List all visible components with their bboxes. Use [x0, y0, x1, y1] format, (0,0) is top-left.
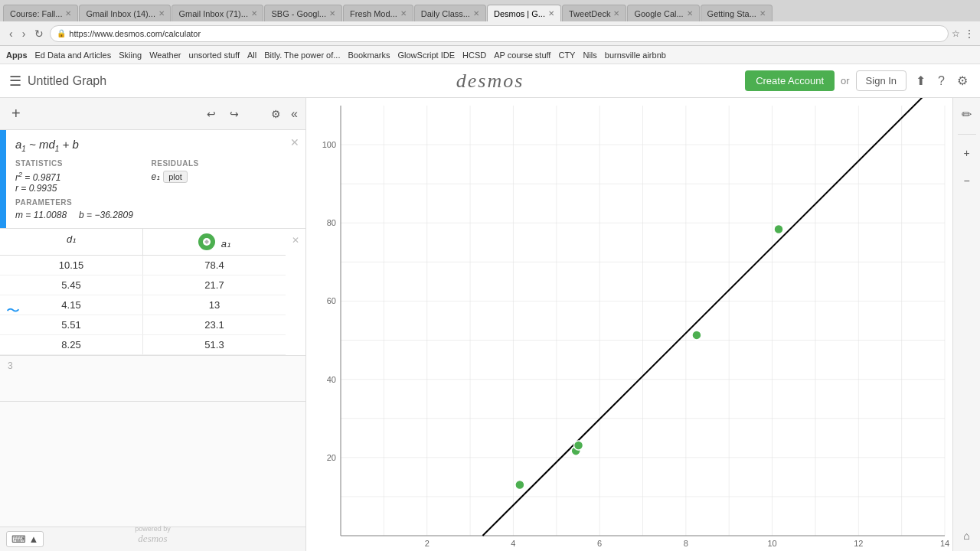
bookmark-weather[interactable]: Weather	[149, 51, 181, 60]
table-row: 10.15 78.4	[0, 256, 286, 276]
header-right: Create Account or Sign In ⬆ ? ⚙	[745, 70, 971, 91]
powered-by: powered by desmos	[135, 525, 171, 545]
nav-bar: ‹ › ↻ 🔒 https://www.desmos.com/calculato…	[0, 21, 980, 46]
bookmark-star-button[interactable]: ☆	[952, 28, 960, 39]
svg-text:14: 14	[940, 539, 949, 548]
zoom-in-button[interactable]: +	[960, 144, 972, 162]
bookmark-airbnb[interactable]: burnsville airbnb	[605, 51, 666, 60]
statistics-title: STATISTICS	[15, 159, 139, 168]
tab-2[interactable]: Gmail Inbox (14)...✕	[79, 5, 171, 21]
bookmark-hcsd[interactable]: HCSD	[462, 51, 486, 60]
cell-a-5[interactable]: 51.3	[143, 335, 286, 354]
cell-a-4[interactable]: 23.1	[143, 315, 286, 334]
menu-button[interactable]: ☰	[9, 70, 28, 93]
empty-expression-3[interactable]: 3	[0, 356, 305, 402]
tab-8-close[interactable]: ✕	[613, 9, 619, 18]
tab-6-close[interactable]: ✕	[473, 9, 479, 18]
bookmark-skiing[interactable]: Skiing	[119, 51, 142, 60]
panel-toolbar: + ↩ ↪ ⚙ «	[0, 98, 305, 130]
col2-header[interactable]: a₁	[143, 229, 286, 255]
residuals-section: RESIDUALS e₁ plot	[152, 159, 276, 194]
tab-5-close[interactable]: ✕	[400, 9, 407, 18]
cell-a-2[interactable]: 21.7	[143, 276, 286, 295]
forward-button[interactable]: ›	[19, 26, 29, 41]
address-bar[interactable]: 🔒 https://www.desmos.com/calculator	[50, 25, 949, 42]
help-icon-button[interactable]: ?	[935, 71, 948, 91]
main-content: + ↩ ↪ ⚙ « 〜 a1 ~ md1 + b	[0, 98, 980, 551]
bookmark-bitly[interactable]: Bitly. The power of...	[264, 51, 340, 60]
tab-4-close[interactable]: ✕	[329, 9, 335, 18]
share-icon-button[interactable]: ⬆	[913, 70, 929, 91]
table-row: 5.51 23.1	[0, 315, 286, 335]
tab-7[interactable]: Desmos | G...✕	[487, 5, 561, 21]
svg-point-42	[774, 224, 783, 233]
tab-9-close[interactable]: ✕	[687, 9, 693, 18]
bookmark-nils[interactable]: Nils	[583, 51, 596, 60]
tab-5[interactable]: Fresh Mod...✕	[343, 5, 413, 21]
tab-3[interactable]: Gmail Inbox (71)...✕	[172, 5, 263, 21]
table-row: 8.25 51.3	[0, 335, 286, 355]
lock-icon: 🔒	[57, 29, 66, 37]
redo-button[interactable]: ↪	[226, 106, 243, 122]
cell-d-2[interactable]: 5.45	[0, 276, 143, 295]
tab-6[interactable]: Daily Class...✕	[414, 5, 486, 21]
add-expression-button[interactable]: +	[8, 103, 24, 125]
tab-7-close[interactable]: ✕	[548, 9, 554, 18]
back-button[interactable]: ‹	[6, 26, 16, 41]
undo-button[interactable]: ↩	[203, 106, 220, 122]
tab-2-close[interactable]: ✕	[158, 9, 165, 18]
bookmark-all[interactable]: All	[247, 51, 256, 60]
expression-formula[interactable]: a1 ~ md1 + b	[15, 138, 275, 153]
expression-close-button[interactable]: ✕	[284, 130, 305, 228]
bookmark-glowscript[interactable]: GlowScript IDE	[397, 51, 455, 60]
tab-9[interactable]: Google Cal...✕	[627, 5, 699, 21]
address-text: https://www.desmos.com/calculator	[69, 29, 942, 38]
collapse-panel-button[interactable]: «	[291, 107, 298, 121]
r-value: r = 0.9935	[15, 183, 139, 194]
bookmark-apps[interactable]: Apps	[6, 51, 28, 60]
settings-button[interactable]: ⋮	[965, 28, 974, 39]
expression-content: 〜 a1 ~ md1 + b STATISTICS r2 = 0.9871 r …	[6, 130, 284, 228]
keyboard-toggle-button[interactable]: ⌨ ▲	[6, 531, 44, 547]
tab-10-close[interactable]: ✕	[760, 9, 766, 18]
or-text: or	[841, 75, 850, 86]
cell-d-5[interactable]: 8.25	[0, 335, 143, 354]
plot-button[interactable]: plot	[163, 171, 188, 183]
bookmark-ed-data[interactable]: Ed Data and Articles	[35, 51, 112, 60]
refresh-button[interactable]: ↻	[31, 26, 47, 41]
cell-a-3[interactable]: 13	[143, 295, 286, 315]
table-header-row: d₁ a₁	[0, 229, 286, 256]
cell-d-4[interactable]: 5.51	[0, 315, 143, 334]
bookmark-ap[interactable]: AP course stuff	[494, 51, 550, 60]
col1-header[interactable]: d₁	[0, 229, 143, 255]
settings-gear-button[interactable]: ⚙	[954, 70, 971, 91]
bookmark-cty[interactable]: CTY	[558, 51, 575, 60]
expression-color-bar	[0, 130, 6, 228]
table-row: 5.45 21.7	[0, 276, 286, 295]
tab-1-close[interactable]: ✕	[65, 9, 71, 18]
tab-8[interactable]: TweetDeck✕	[562, 5, 626, 21]
sign-in-button[interactable]: Sign In	[856, 70, 906, 91]
tab-4[interactable]: SBG - Googl...✕	[264, 5, 342, 21]
table-close-button[interactable]: ✕	[286, 229, 305, 355]
graph-title[interactable]: Untitled Graph	[28, 74, 745, 88]
cell-d-1[interactable]: 10.15	[0, 256, 143, 275]
m-value: m = 11.0088	[15, 210, 67, 220]
home-view-button[interactable]: ⌂	[960, 527, 972, 545]
svg-text:100: 100	[322, 140, 336, 149]
tab-3-close[interactable]: ✕	[251, 9, 257, 18]
bookmark-bookmarks[interactable]: Bookmarks	[348, 51, 390, 60]
tab-1[interactable]: Course: Fall...✕	[3, 5, 78, 21]
tab-3-label: Gmail Inbox (71)...	[178, 9, 247, 18]
bookmark-unsorted[interactable]: unsorted stuff	[189, 51, 240, 60]
cell-d-3[interactable]: 4.15	[0, 295, 143, 315]
create-account-button[interactable]: Create Account	[745, 70, 835, 91]
svg-text:4: 4	[511, 539, 515, 548]
tab-bar: Course: Fall...✕ Gmail Inbox (14)...✕ Gm…	[0, 0, 980, 21]
pencil-tool-button[interactable]: ✏	[959, 104, 975, 125]
zoom-out-button[interactable]: −	[960, 171, 972, 190]
tab-10[interactable]: Getting Sta...✕	[701, 5, 773, 21]
settings-button[interactable]: ⚙	[267, 106, 285, 122]
residuals-title: RESIDUALS	[152, 159, 276, 168]
cell-a-1[interactable]: 78.4	[143, 256, 286, 275]
